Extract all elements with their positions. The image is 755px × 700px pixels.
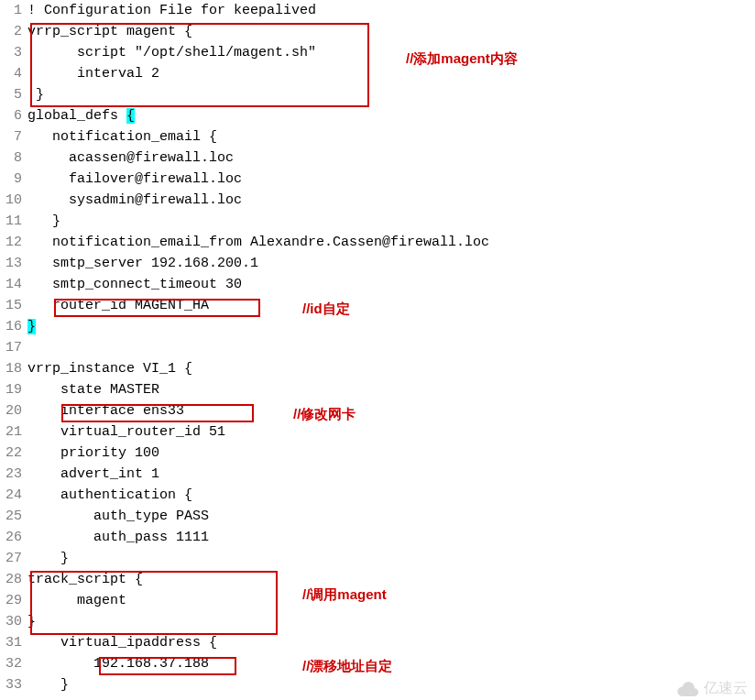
line-number: 18 bbox=[0, 358, 27, 379]
code-line: 10 sysadmin@firewall.loc bbox=[0, 190, 755, 211]
code-text: } bbox=[27, 611, 36, 632]
code-line: 31 virtual_ipaddress { bbox=[0, 632, 755, 653]
line-number: 9 bbox=[0, 169, 27, 190]
code-text: auth_type PASS bbox=[27, 506, 209, 527]
line-number: 30 bbox=[0, 611, 27, 632]
line-number: 5 bbox=[0, 84, 27, 105]
code-line: 28track_script { bbox=[0, 569, 755, 590]
line-number: 29 bbox=[0, 590, 27, 611]
code-line: 17 bbox=[0, 337, 755, 358]
code-line: 7 notification_email { bbox=[0, 126, 755, 148]
code-text: smtp_server 192.168.200.1 bbox=[27, 253, 258, 274]
code-line: 25 auth_type PASS bbox=[0, 506, 755, 527]
code-text: track_script { bbox=[27, 569, 143, 590]
code-text: interval 2 bbox=[27, 63, 159, 84]
code-text: virtual_router_id 51 bbox=[27, 421, 225, 443]
line-number: 6 bbox=[0, 105, 27, 126]
line-number: 12 bbox=[0, 232, 27, 253]
code-text: virtual_ipaddress { bbox=[27, 632, 217, 653]
line-number: 16 bbox=[0, 316, 27, 337]
line-number: 8 bbox=[0, 148, 27, 169]
line-number: 15 bbox=[0, 295, 27, 316]
line-number: 27 bbox=[0, 548, 27, 569]
code-line: 4 interval 2 bbox=[0, 63, 755, 84]
code-line: 24 authentication { bbox=[0, 485, 755, 506]
code-text: } bbox=[27, 316, 36, 337]
code-line: 30} bbox=[0, 611, 755, 632]
line-number: 24 bbox=[0, 485, 27, 506]
code-text: notification_email { bbox=[27, 126, 217, 148]
code-line: 29 magent bbox=[0, 590, 755, 611]
code-text: vrrp_script magent { bbox=[27, 21, 192, 42]
code-text: sysadmin@firewall.loc bbox=[27, 190, 242, 211]
code-editor: 1! Configuration File for keepalived2vrr… bbox=[0, 0, 755, 695]
code-line: 3 script "/opt/shell/magent.sh" bbox=[0, 42, 755, 63]
line-number: 31 bbox=[0, 632, 27, 653]
line-number: 25 bbox=[0, 506, 27, 527]
code-text: } bbox=[27, 674, 69, 695]
line-number: 2 bbox=[0, 21, 27, 42]
line-number: 13 bbox=[0, 253, 27, 274]
line-number: 14 bbox=[0, 274, 27, 295]
line-number: 21 bbox=[0, 421, 27, 443]
watermark-text: 亿速云 bbox=[704, 679, 748, 698]
code-line: 5 } bbox=[0, 84, 755, 105]
code-text: state MASTER bbox=[27, 379, 159, 400]
code-line: 8 acassen@firewall.loc bbox=[0, 148, 755, 169]
code-text: advert_int 1 bbox=[27, 464, 159, 485]
code-line: 32 192.168.37.188 bbox=[0, 653, 755, 674]
code-line: 26 auth_pass 1111 bbox=[0, 527, 755, 548]
code-text: } bbox=[27, 548, 69, 569]
line-number: 3 bbox=[0, 42, 27, 63]
code-line: 9 failover@firewall.loc bbox=[0, 169, 755, 190]
line-number: 28 bbox=[0, 569, 27, 590]
cloud-icon bbox=[674, 680, 700, 698]
code-text: 192.168.37.188 bbox=[27, 653, 209, 674]
code-line: 6global_defs { bbox=[0, 105, 755, 126]
code-text: authentication { bbox=[27, 485, 192, 506]
code-text: priority 100 bbox=[27, 443, 159, 464]
line-number: 33 bbox=[0, 674, 27, 695]
code-text: script "/opt/shell/magent.sh" bbox=[27, 42, 316, 63]
line-number: 19 bbox=[0, 379, 27, 400]
matched-brace: } bbox=[27, 319, 36, 334]
code-line: 27 } bbox=[0, 548, 755, 569]
code-line: 14 smtp_connect_timeout 30 bbox=[0, 274, 755, 295]
line-number: 32 bbox=[0, 653, 27, 674]
code-line: 22 priority 100 bbox=[0, 443, 755, 464]
code-line: 12 notification_email_from Alexandre.Cas… bbox=[0, 232, 755, 253]
code-line: 19 state MASTER bbox=[0, 379, 755, 400]
code-text: global_defs { bbox=[27, 105, 135, 126]
code-text: notification_email_from Alexandre.Cassen… bbox=[27, 232, 489, 253]
code-line: 20 interface ens33 bbox=[0, 400, 755, 421]
watermark: 亿速云 bbox=[674, 679, 748, 698]
code-text: } bbox=[27, 84, 44, 105]
code-line: 11 } bbox=[0, 211, 755, 232]
code-line: 15 router_id MAGENT_HA bbox=[0, 295, 755, 316]
line-number: 22 bbox=[0, 443, 27, 464]
code-text: failover@firewall.loc bbox=[27, 169, 242, 190]
code-text: } bbox=[27, 211, 60, 232]
code-line: 1! Configuration File for keepalived bbox=[0, 0, 755, 21]
line-number: 23 bbox=[0, 464, 27, 485]
line-number: 10 bbox=[0, 190, 27, 211]
code-line: 23 advert_int 1 bbox=[0, 464, 755, 485]
line-number: 26 bbox=[0, 527, 27, 548]
code-text: ! Configuration File for keepalived bbox=[27, 0, 316, 21]
line-number: 4 bbox=[0, 63, 27, 84]
line-number: 7 bbox=[0, 126, 27, 148]
code-text: smtp_connect_timeout 30 bbox=[27, 274, 242, 295]
code-text: vrrp_instance VI_1 { bbox=[27, 358, 192, 379]
line-number: 11 bbox=[0, 211, 27, 232]
code-line: 33 } bbox=[0, 674, 755, 695]
code-text: interface ens33 bbox=[27, 400, 184, 421]
code-line: 21 virtual_router_id 51 bbox=[0, 421, 755, 443]
line-number: 1 bbox=[0, 0, 27, 21]
code-text: router_id MAGENT_HA bbox=[27, 295, 209, 316]
matched-brace: { bbox=[126, 108, 135, 124]
line-number: 17 bbox=[0, 337, 27, 358]
code-line: 18vrrp_instance VI_1 { bbox=[0, 358, 755, 379]
code-text: auth_pass 1111 bbox=[27, 527, 209, 548]
code-text: magent bbox=[27, 590, 126, 611]
line-number: 20 bbox=[0, 400, 27, 421]
